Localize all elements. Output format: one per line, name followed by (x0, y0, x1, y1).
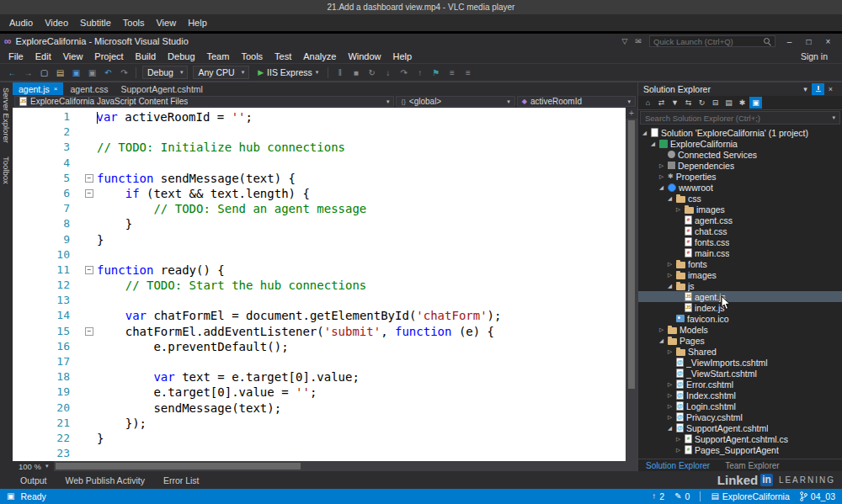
code-line[interactable]: 14 var chatFormEl = document.getElementB… (13, 308, 626, 323)
collapse-all-icon[interactable]: ⊟ (709, 97, 722, 109)
vlc-menu-subtitle[interactable]: Subtitle (74, 16, 117, 29)
expander-closed-icon[interactable]: ▷ (658, 173, 665, 180)
expander-closed-icon[interactable]: ▷ (674, 447, 682, 454)
fold-collapse-icon[interactable]: − (85, 189, 93, 198)
expander-closed-icon[interactable]: ▷ (666, 392, 674, 399)
line-number[interactable]: 16 (13, 339, 83, 354)
step-into-icon[interactable]: ↓ (381, 68, 395, 77)
vs-menu-tools[interactable]: Tools (235, 50, 269, 62)
fold-collapse-icon[interactable]: − (85, 327, 93, 336)
code-line[interactable]: 12 // TODO: Start the hub connections (13, 278, 626, 293)
tree-item-solution-explorecalifornia-1-project[interactable]: ◢Solution 'ExploreCalifornia' (1 project… (638, 127, 842, 138)
line-number[interactable]: 15 (13, 324, 83, 339)
pin-icon[interactable] (812, 83, 824, 95)
navigate-back-icon[interactable]: ← (5, 68, 19, 77)
line-number[interactable]: 13 (13, 293, 83, 308)
solution-explorer-search-input[interactable] (645, 114, 829, 123)
quick-launch-input[interactable] (653, 37, 760, 46)
tree-item-models[interactable]: ▷Models (638, 324, 842, 335)
code-line[interactable]: 2 (13, 125, 626, 140)
breadcrumb-global[interactable]: {}<global>▾ (396, 96, 514, 107)
vlc-menu-view[interactable]: View (150, 16, 182, 29)
vs-menu-debug[interactable]: Debug (162, 50, 200, 62)
line-number[interactable]: 8 (13, 216, 83, 231)
pause-icon[interactable]: ‖ (333, 68, 347, 77)
line-number[interactable]: 17 (13, 354, 83, 369)
vs-menu-window[interactable]: Window (342, 50, 386, 62)
show-all-files-icon[interactable]: ▤ (722, 97, 735, 109)
vs-menu-analyze[interactable]: Analyze (297, 50, 342, 62)
expander-closed-icon[interactable]: ▷ (666, 403, 674, 410)
line-number[interactable]: 4 (13, 156, 83, 171)
vs-menu-file[interactable]: File (3, 50, 29, 62)
tree-item-login-cshtml[interactable]: ▷@Login.cshtml (638, 401, 842, 411)
expander-open-icon[interactable]: ◢ (649, 141, 657, 147)
start-debugging-button[interactable]: ▶IIS Express▾ (253, 67, 323, 77)
tree-item-index-cshtml[interactable]: ▷@Index.cshtml (638, 390, 842, 401)
bottom-tab-error-list[interactable]: Error List (157, 475, 206, 485)
expander-closed-icon[interactable]: ▷ (666, 348, 674, 355)
expander-closed-icon[interactable]: ▷ (674, 436, 682, 443)
tree-item-viewimports-cshtml[interactable]: @_ViewImports.cshtml (638, 357, 842, 368)
line-number[interactable]: 14 (13, 308, 83, 323)
tree-item-pages-supportagent[interactable]: ▷#Pages_SupportAgent (638, 444, 842, 455)
line-number[interactable]: 23 (13, 446, 83, 461)
tree-item-fonts-css[interactable]: #fonts.css (638, 236, 842, 247)
tree-item-error-cshtml[interactable]: ▷@Error.cshtml (638, 379, 842, 390)
expander-open-icon[interactable]: ◢ (666, 425, 674, 432)
step-out-icon[interactable]: ↑ (413, 68, 427, 77)
line-number[interactable]: 20 (13, 401, 83, 416)
line-number[interactable]: 9 (13, 232, 83, 247)
panel-tab-solution-explorer[interactable]: Solution Explorer (638, 459, 717, 471)
line-number[interactable]: 21 (13, 416, 83, 431)
expander-closed-icon[interactable]: ▷ (666, 381, 674, 388)
tree-item-chat-css[interactable]: #chat.css (638, 225, 842, 236)
line-number[interactable]: 6 (13, 186, 83, 201)
vs-menu-edit[interactable]: Edit (29, 50, 57, 62)
minimize-button[interactable]: – (780, 37, 799, 46)
chevron-down-icon[interactable]: ▾ (832, 114, 835, 121)
editor-vertical-scrollbar[interactable]: + (626, 108, 637, 461)
vs-titlebar[interactable]: ∞ ExploreCalifornia - Microsoft Visual S… (0, 34, 842, 49)
tree-item-supportagent-cshtml-cs[interactable]: ▷#SupportAgent.cshtml.cs (638, 433, 842, 444)
code-line[interactable]: 13 (13, 293, 626, 308)
horizontal-scroll-thumb[interactable] (56, 463, 301, 470)
tree-item-agent-js[interactable]: JSagent.js (638, 291, 842, 302)
line-number[interactable]: 2 (13, 125, 83, 140)
vs-menu-view[interactable]: View (57, 50, 89, 62)
tree-item-agent-css[interactable]: #agent.css (638, 215, 842, 225)
undo-icon[interactable]: ↶ (101, 68, 115, 77)
code-line[interactable]: 15− chatFormEl.addEventListener('submit'… (13, 324, 626, 339)
code-line[interactable]: 6− if (text && text.length) { (13, 186, 626, 201)
tree-item-css[interactable]: ◢css (638, 193, 842, 204)
vlc-menu-help[interactable]: Help (182, 16, 213, 29)
code-line[interactable]: 16 e.preventDefault(); (13, 339, 626, 354)
comment-icon[interactable]: ≡ (445, 68, 459, 77)
tree-item-wwwroot[interactable]: ◢wwwroot (638, 182, 842, 193)
new-project-icon[interactable]: ▢ (37, 68, 51, 77)
vs-menu-help[interactable]: Help (387, 50, 418, 62)
filter-icon[interactable]: ▽ (618, 37, 632, 45)
vlc-menu-tools[interactable]: Tools (117, 16, 151, 29)
panel-tab-team-explorer[interactable]: Team Explorer (717, 459, 786, 471)
tree-item-connected-services[interactable]: Connected Services (638, 149, 842, 160)
line-number[interactable]: 3 (13, 140, 83, 155)
expander-closed-icon[interactable]: ▷ (666, 261, 674, 268)
line-number[interactable]: 22 (13, 431, 83, 446)
solution-explorer-titlebar[interactable]: Solution Explorer ▾× (638, 82, 842, 96)
home-icon[interactable]: ⌂ (642, 97, 654, 109)
expander-closed-icon[interactable]: ▷ (666, 272, 674, 279)
editor-tab-supportagent-cshtml[interactable]: SupportAgent.cshtml (115, 82, 208, 95)
restart-icon[interactable]: ↻ (365, 68, 379, 77)
editor-horizontal-scrollbar[interactable] (54, 461, 637, 471)
expander-closed-icon[interactable]: ▷ (666, 414, 674, 421)
bottom-tab-web-publish-activity[interactable]: Web Publish Activity (59, 475, 152, 485)
switch-views-icon[interactable]: ⇄ (655, 97, 668, 109)
fold-collapse-icon[interactable]: − (85, 174, 93, 183)
current-branch[interactable]: 04_03 (800, 491, 835, 501)
split-editor-icon[interactable]: + (626, 108, 637, 119)
quick-launch-box[interactable] (649, 35, 775, 47)
stop-icon[interactable]: ■ (349, 68, 363, 77)
line-number[interactable]: 1 (13, 109, 83, 125)
expander-open-icon[interactable]: ◢ (658, 184, 665, 191)
